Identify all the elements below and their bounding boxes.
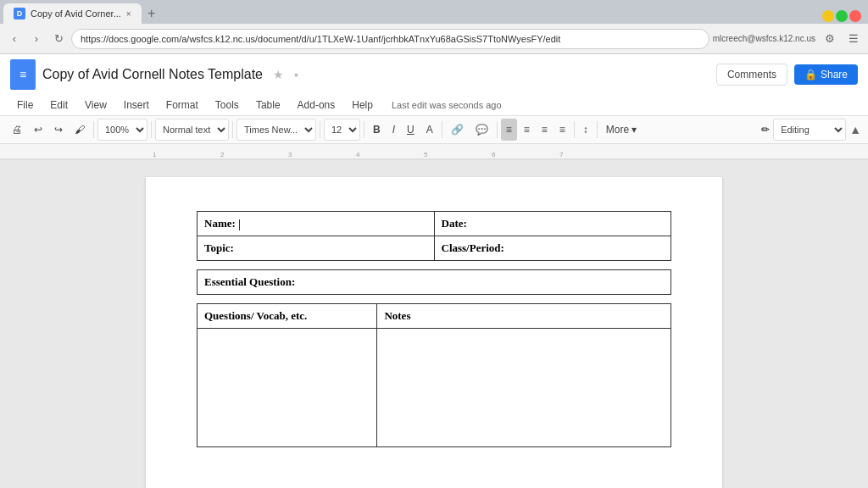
tab-favicon: D (14, 8, 25, 19)
date-label: Date: (442, 217, 467, 230)
redo-button[interactable]: ↪ (49, 119, 68, 141)
topic-label: Topic: (204, 241, 234, 254)
undo-button[interactable]: ↩ (29, 119, 47, 141)
menu-insert[interactable]: Insert (117, 97, 156, 114)
menu-format[interactable]: Format (159, 97, 205, 114)
comment-inline-button[interactable]: 💬 (470, 119, 493, 141)
style-select[interactable]: Normal text Heading 1 (155, 119, 229, 141)
name-cell[interactable]: Name: (198, 212, 435, 236)
active-tab[interactable]: D Copy of Avid Corner... × (3, 3, 142, 24)
date-cell[interactable]: Date: (434, 212, 671, 236)
paint-format-button[interactable]: 🖌 (70, 119, 90, 141)
print-button[interactable]: 🖨 (7, 119, 27, 141)
toolbar-divider-1 (93, 121, 94, 138)
menu-edit[interactable]: Edit (43, 97, 75, 114)
document-page: Name: Date: Topic: Class/Period: (146, 177, 722, 488)
collapse-toolbar-button[interactable]: ▲ (849, 123, 861, 136)
close-button[interactable] (849, 10, 861, 22)
tab-bar: D Copy of Avid Corner... × + (0, 0, 868, 24)
italic-button[interactable]: I (387, 119, 400, 141)
docs-title-bar: ≡ Copy of Avid Cornell Notes Template ★ … (0, 54, 868, 95)
notes-content-row (198, 329, 671, 447)
questions-content-cell[interactable] (198, 329, 377, 447)
menu-help[interactable]: Help (345, 97, 380, 114)
toolbar-divider-8 (574, 121, 575, 138)
notes-header: Questions/ Vocab, etc. Notes (198, 304, 671, 329)
name-label: Name: (204, 217, 236, 230)
notes-body (198, 329, 671, 447)
more-button[interactable]: More ▾ (601, 119, 643, 141)
share-icon: 🔒 (804, 69, 817, 80)
underline-button[interactable]: U (402, 119, 420, 141)
user-email: mlcreech@wsfcs.k12.nc.us (713, 34, 815, 43)
editing-badge: ✏ Editing Suggesting Viewing ▲ (761, 119, 861, 141)
folder-icon[interactable]: ▪ (294, 68, 298, 81)
address-input[interactable] (71, 29, 709, 49)
zoom-select[interactable]: 100% 75% 125% (97, 119, 147, 141)
settings-button[interactable]: ⚙ (821, 30, 839, 48)
docs-header: ≡ Copy of Avid Cornell Notes Template ★ … (0, 54, 868, 160)
new-tab-button[interactable]: + (142, 3, 162, 24)
notes-header-row: Questions/ Vocab, etc. Notes (198, 304, 671, 329)
share-button[interactable]: 🔒 Share (794, 64, 858, 85)
document-area: Name: Date: Topic: Class/Period: (0, 160, 868, 488)
line-spacing-button[interactable]: ↕ (578, 119, 593, 141)
toolbar-divider-5 (364, 121, 364, 138)
share-label: Share (821, 69, 848, 80)
topic-cell[interactable]: Topic: (198, 236, 435, 261)
address-bar: ‹ › ↻ mlcreech@wsfcs.k12.nc.us ⚙ ☰ (0, 24, 868, 54)
font-color-button[interactable]: A (421, 119, 438, 141)
class-cell[interactable]: Class/Period: (434, 236, 671, 261)
link-button[interactable]: 🔗 (446, 119, 469, 141)
align-right-button[interactable]: ≡ (537, 119, 553, 141)
editing-mode-select[interactable]: Editing Suggesting Viewing (773, 119, 846, 141)
refresh-button[interactable]: ↻ (49, 30, 68, 48)
align-justify-button[interactable]: ≡ (554, 119, 570, 141)
format-toolbar: 🖨 ↩ ↪ 🖌 100% 75% 125% Normal text Headin… (0, 115, 868, 144)
font-select[interactable]: Times New... Arial (236, 119, 316, 141)
menu-tools[interactable]: Tools (209, 97, 246, 114)
notes-header-cell: Notes (377, 304, 671, 329)
docs-actions: Comments 🔒 Share (716, 64, 858, 86)
header-info-table: Name: Date: Topic: Class/Period: (197, 211, 671, 261)
notes-content-cell[interactable] (377, 329, 671, 447)
browser-frame: D Copy of Avid Corner... × + ‹ › ↻ mlcre… (0, 0, 868, 488)
align-left-button[interactable]: ≡ (501, 119, 517, 141)
topic-class-row: Topic: Class/Period: (198, 236, 671, 261)
toolbar-divider-4 (320, 121, 320, 138)
menu-file[interactable]: File (10, 97, 40, 114)
document-title[interactable]: Copy of Avid Cornell Notes Template (42, 67, 263, 82)
star-icon[interactable]: ★ (273, 68, 284, 81)
docs-app-icon: ≡ (10, 59, 36, 90)
menu-view[interactable]: View (78, 97, 114, 114)
forward-button[interactable]: › (27, 30, 46, 48)
menu-button[interactable]: ☰ (844, 30, 863, 48)
window-controls (822, 10, 865, 24)
align-center-button[interactable]: ≡ (519, 119, 535, 141)
main-notes-table: Questions/ Vocab, etc. Notes (197, 303, 671, 447)
size-select[interactable]: 12 10 14 (324, 119, 360, 141)
back-button[interactable]: ‹ (5, 30, 24, 48)
pencil-icon: ✏ (761, 124, 770, 136)
eq-label: Essential Question: (204, 275, 295, 288)
tab-close-button[interactable]: × (126, 9, 131, 19)
ruler: 1 2 3 4 5 6 7 (0, 144, 868, 159)
questions-header: Questions/ Vocab, etc. (198, 304, 377, 329)
toolbar-divider-2 (151, 121, 152, 138)
minimize-button[interactable] (822, 10, 834, 22)
toolbar-divider-3 (232, 121, 233, 138)
essential-question-table: Essential Question: (197, 269, 671, 295)
menu-table[interactable]: Table (249, 97, 287, 114)
ruler-inner: 1 2 3 4 5 6 7 (153, 144, 860, 158)
name-input-cursor (238, 217, 240, 230)
maximize-button[interactable] (836, 10, 848, 22)
eq-cell[interactable]: Essential Question: (198, 270, 671, 295)
comments-button[interactable]: Comments (716, 64, 787, 86)
class-label: Class/Period: (442, 241, 504, 254)
toolbar-divider-7 (497, 121, 498, 138)
toolbar-divider-6 (442, 121, 442, 138)
bold-button[interactable]: B (368, 119, 386, 141)
eq-row: Essential Question: (198, 270, 671, 295)
menu-addons[interactable]: Add-ons (291, 97, 342, 114)
tab-title: Copy of Avid Corner... (31, 8, 121, 19)
